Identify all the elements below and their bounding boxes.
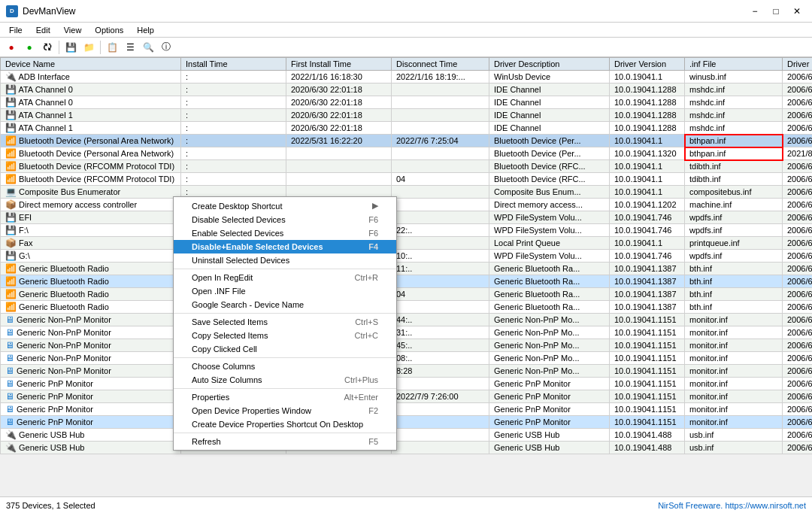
cell-inf: mshdc.inf	[685, 122, 783, 135]
cell-inf: bthpan.inf	[685, 135, 783, 147]
table-row[interactable]: 🖥 Generic PnP Monitor : 2022/8/15 22:28:…	[1, 403, 813, 416]
table-row[interactable]: 🖥 Generic Non-PnP Monitor : 8:28 Generic…	[1, 365, 813, 378]
table-row[interactable]: 💻 Composite Bus Enumerator : Composite B…	[1, 186, 813, 199]
menu-file[interactable]: File	[3, 24, 29, 36]
table-row[interactable]: 🔌 Generic USB Hub : 2020/6/30 22:01:19 G…	[1, 442, 813, 454]
title-controls: − □ ✕	[746, 4, 806, 19]
col-header-disconnect[interactable]: Disconnect Time	[392, 58, 489, 71]
context-menu-item[interactable]: Choose Columns	[174, 360, 396, 373]
ctx-item-shortcut: Ctrl+C	[355, 331, 378, 340]
col-header-driverdesc[interactable]: Driver Description	[489, 58, 610, 71]
cell-driverdesc: Generic USB Hub	[489, 442, 610, 454]
table-row[interactable]: 📶 Bluetooth Device (Personal Area Networ…	[1, 147, 813, 160]
table-row[interactable]: 📶 Bluetooth Device (RFCOMM Protocol TDI)…	[1, 160, 813, 173]
table-row[interactable]: 💾 ATA Channel 0 : 2020/6/30 22:01:18 IDE…	[1, 83, 813, 96]
table-row[interactable]: 🖥 Generic Non-PnP Monitor : 45:.. Generi…	[1, 339, 813, 352]
context-menu-item[interactable]: Google Search - Device Name	[174, 298, 396, 311]
cell-install: :	[181, 173, 286, 186]
table-row[interactable]: 💾 ATA Channel 0 : 2020/6/30 22:01:18 IDE…	[1, 96, 813, 109]
table-row[interactable]: 💾 G:\ : 10:.. WPD FileSystem Volu... 10.…	[1, 250, 813, 263]
menu-edit[interactable]: Edit	[30, 24, 56, 36]
cell-driverversion: 10.0.19041.1387	[610, 301, 685, 314]
menu-view[interactable]: View	[58, 24, 88, 36]
toolbar-properties-button[interactable]: ⓘ	[158, 39, 174, 56]
col-header-driverdate[interactable]: Driver Date	[783, 58, 813, 71]
cell-driverversion: 10.0.19041.746	[610, 250, 685, 263]
table-row[interactable]: 📶 Generic Bluetooth Radio : Generic Blue…	[1, 301, 813, 314]
table-row[interactable]: 🖥 Generic Non-PnP Monitor : 44:.. Generi…	[1, 314, 813, 326]
context-menu-item[interactable]: Open In RegEditCtrl+R	[174, 271, 396, 284]
col-header-inf[interactable]: .inf File	[685, 58, 783, 71]
table-row[interactable]: 🖥 Generic Non-PnP Monitor : 31:.. Generi…	[1, 326, 813, 339]
context-menu-item[interactable]: Copy Clicked Cell	[174, 342, 396, 356]
cell-driverversion: 10.0.19041.1151	[610, 339, 685, 352]
context-menu-item[interactable]: Save Selected ItemsCtrl+S	[174, 315, 396, 329]
context-menu-item[interactable]: Enable Selected DevicesF6	[174, 226, 396, 240]
context-menu-item[interactable]: Auto Size ColumnsCtrl+Plus	[174, 373, 396, 387]
context-menu-item[interactable]: Disable+Enable Selected DevicesF4	[174, 240, 396, 253]
cell-driverversion: 10.0.19041.1	[610, 237, 685, 250]
table-row[interactable]: 📶 Generic Bluetooth Radio : Generic Blue…	[1, 275, 813, 288]
col-header-driverversion[interactable]: Driver Version	[610, 58, 685, 71]
table-row[interactable]: 📶 Generic Bluetooth Radio : 04 Generic B…	[1, 288, 813, 301]
table-row[interactable]: 🖥 Generic Non-PnP Monitor : 08:.. Generi…	[1, 352, 813, 365]
cell-device: 🖥 Generic PnP Monitor	[1, 390, 181, 403]
table-row[interactable]: 🖥 Generic PnP Monitor : 2021/8/8 14:48:3…	[1, 390, 813, 403]
col-header-device[interactable]: Device Name	[1, 58, 181, 71]
col-header-firstinstall[interactable]: First Install Time	[286, 58, 392, 71]
toolbar-play-button[interactable]: ●	[21, 39, 38, 56]
context-menu-item[interactable]: Copy Selected ItemsCtrl+C	[174, 329, 396, 342]
table-row[interactable]: 🔌 Generic USB Hub : 2020/6/30 22:01:19 G…	[1, 429, 813, 442]
toolbar-stop-button[interactable]: ●	[3, 39, 20, 56]
cell-firstinstall2	[392, 211, 489, 224]
context-menu-item[interactable]: Uninstall Selected Devices	[174, 253, 396, 267]
toolbar-columns-button[interactable]: ☰	[122, 39, 138, 56]
context-menu-item[interactable]: Open .INF File	[174, 284, 396, 298]
minimize-button[interactable]: −	[746, 4, 764, 19]
table-row[interactable]: 📦 Fax : Local Print Queue 10.0.19041.1 p…	[1, 237, 813, 250]
cell-driverdate: 2006/6/21	[783, 83, 813, 96]
table-row[interactable]: 🖥 Generic PnP Monitor : Generic PnP Moni…	[1, 378, 813, 390]
toolbar-refresh-button[interactable]: 🗘	[39, 39, 56, 56]
close-button[interactable]: ✕	[788, 4, 806, 19]
cell-driverdesc: Generic PnP Monitor	[489, 403, 610, 416]
toolbar-search-button[interactable]: 🔍	[140, 39, 156, 56]
toolbar-save-button[interactable]: 💾	[62, 39, 79, 56]
toolbar-copy-button[interactable]: 📋	[104, 39, 120, 56]
cell-driverdesc: IDE Channel	[489, 122, 610, 135]
ctx-item-shortcut: F5	[368, 437, 378, 446]
cell-driverdesc: IDE Channel	[489, 96, 610, 109]
cell-install: :	[181, 122, 286, 135]
table-row[interactable]: 💾 EFI : WPD FileSystem Volu... 10.0.1904…	[1, 211, 813, 224]
table-container[interactable]: Device Name Install Time First Install T…	[0, 57, 812, 496]
cell-firstinstall2	[392, 442, 489, 454]
context-menu-item[interactable]: RefreshF5	[174, 435, 396, 448]
cell-driverversion: 10.0.19041.1387	[610, 275, 685, 288]
context-menu-item[interactable]: Open Device Properties WindowF2	[174, 404, 396, 417]
cell-device: 🖥 Generic Non-PnP Monitor	[1, 314, 181, 326]
table-row[interactable]: 📦 Direct memory access controller : Dire…	[1, 199, 813, 211]
context-menu-item[interactable]: Create Device Properties Shortcut On Des…	[174, 417, 396, 431]
table-row[interactable]: 📶 Generic Bluetooth Radio : 11:.. Generi…	[1, 263, 813, 275]
table-row[interactable]: 💾 ATA Channel 1 : 2020/6/30 22:01:18 IDE…	[1, 122, 813, 135]
cell-driverdate: 2006/6/21	[783, 275, 813, 288]
table-row[interactable]: 📶 Bluetooth Device (Personal Area Networ…	[1, 135, 813, 147]
table-row[interactable]: 🖥 Generic PnP Monitor : 2020/6/30 22:02:…	[1, 416, 813, 429]
cell-driverdate: 2006/6/21	[783, 314, 813, 326]
table-row[interactable]: 💾 F:\ : 22:.. WPD FileSystem Volu... 10.…	[1, 224, 813, 237]
maximize-button[interactable]: □	[767, 4, 785, 19]
status-link[interactable]: NirSoft Freeware. https://www.nirsoft.ne…	[658, 501, 806, 510]
menu-help[interactable]: Help	[131, 24, 160, 36]
table-row[interactable]: 🔌 ADB Interface : 2022/1/16 16:18:30 202…	[1, 71, 813, 83]
cell-firstinstall2	[392, 301, 489, 314]
cell-firstinstall2: 2022/7/9 7:26:00	[392, 390, 489, 403]
col-header-install[interactable]: Install Time	[181, 58, 286, 71]
context-menu-item[interactable]: Create Desktop Shortcut ▶	[174, 199, 396, 213]
table-row[interactable]: 📶 Bluetooth Device (RFCOMM Protocol TDI)…	[1, 173, 813, 186]
context-menu-item[interactable]: PropertiesAlt+Enter	[174, 390, 396, 404]
ctx-separator	[174, 388, 396, 389]
menu-options[interactable]: Options	[89, 24, 129, 36]
table-row[interactable]: 💾 ATA Channel 1 : 2020/6/30 22:01:18 IDE…	[1, 109, 813, 122]
toolbar-open-button[interactable]: 📁	[80, 39, 97, 56]
context-menu-item[interactable]: Disable Selected DevicesF6	[174, 213, 396, 226]
